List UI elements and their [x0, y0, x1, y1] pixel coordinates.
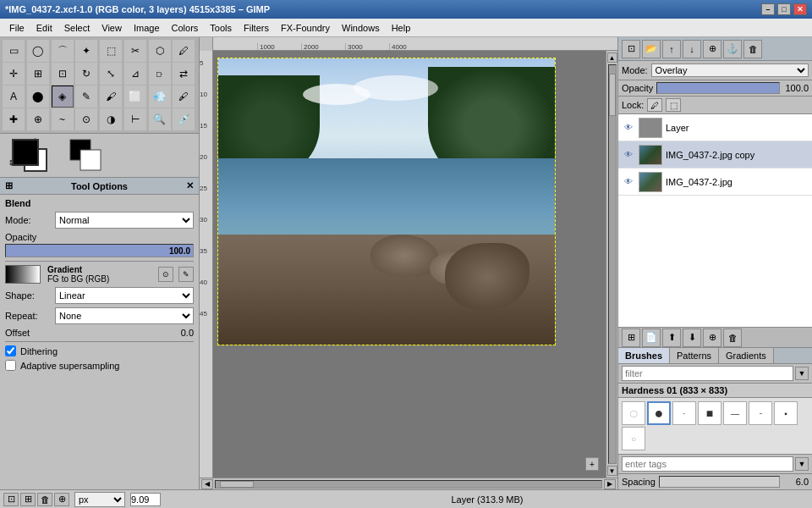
- layer-item-2[interactable]: 👁 IMG_0437-2.jpg: [618, 168, 812, 196]
- brush-swatch-1[interactable]: ●: [647, 401, 671, 425]
- smudge-icon[interactable]: ~: [52, 108, 74, 130]
- adaptive-checkbox[interactable]: [5, 360, 16, 371]
- layer-visibility-2[interactable]: 👁: [622, 175, 635, 189]
- vscroll-up-arrow[interactable]: ▲: [607, 52, 617, 63]
- statusbar-icon-2[interactable]: ⊞: [20, 493, 36, 506]
- lower-layer-icon[interactable]: ⬆: [662, 329, 681, 347]
- tab-patterns[interactable]: Patterns: [670, 348, 719, 363]
- foreground-color[interactable]: [12, 139, 39, 166]
- lock-transparency-icon[interactable]: ⬚: [666, 98, 681, 112]
- layer-item-1[interactable]: 👁 IMG_0437-2.jpg copy: [618, 141, 812, 168]
- repeat-select[interactable]: None: [55, 307, 194, 324]
- eraser-icon[interactable]: ⬜: [124, 86, 146, 108]
- ink-icon[interactable]: 🖋: [173, 86, 195, 108]
- selection-scissors-icon[interactable]: ✂: [124, 40, 146, 62]
- text-icon[interactable]: A: [3, 86, 25, 108]
- measure-icon[interactable]: ⊢: [124, 108, 146, 130]
- hscroll-left-arrow[interactable]: ◀: [201, 479, 213, 489]
- zoom-unit-select[interactable]: px %: [74, 492, 125, 507]
- brush-swatch-7[interactable]: ○: [622, 427, 645, 450]
- brushes-filter-input[interactable]: [622, 366, 793, 381]
- layer-mode-select[interactable]: Overlay: [651, 64, 809, 77]
- new-layer-group-icon[interactable]: ⊡: [622, 40, 640, 58]
- duplicate-layer-bottom-icon[interactable]: ⬇: [683, 329, 701, 347]
- maximize-button[interactable]: □: [777, 3, 791, 15]
- statusbar-icon-1[interactable]: ⊡: [3, 493, 19, 506]
- selection-color-icon[interactable]: ⬚: [100, 40, 122, 62]
- menu-item-filters[interactable]: Filters: [238, 21, 275, 35]
- vscroll-down-arrow[interactable]: ▼: [607, 466, 617, 476]
- selection-free-icon[interactable]: ⌒: [52, 40, 74, 62]
- flip-icon[interactable]: ⇄: [173, 63, 195, 85]
- menu-item-file[interactable]: File: [3, 21, 30, 35]
- menu-item-colors[interactable]: Colors: [166, 21, 205, 35]
- dithering-checkbox[interactable]: [5, 345, 16, 356]
- scale-icon[interactable]: ⤡: [100, 63, 122, 85]
- gradient-preview[interactable]: [5, 265, 41, 284]
- layer-visibility-1[interactable]: 👁: [622, 148, 635, 162]
- statusbar-icon-4[interactable]: ⊕: [54, 493, 69, 506]
- brush-swatch-2[interactable]: ·: [672, 401, 696, 425]
- gradient-options-icon[interactable]: ⊙: [158, 267, 173, 282]
- tags-input[interactable]: [622, 456, 793, 472]
- rotate-icon[interactable]: ↻: [75, 63, 97, 85]
- brush-swatch-0[interactable]: ○: [622, 401, 645, 425]
- fit-in-window-icon[interactable]: +: [585, 457, 599, 471]
- eyedropper-icon[interactable]: 💉: [173, 108, 195, 130]
- delete-layer-icon[interactable]: 🗑: [743, 40, 762, 58]
- selection-ellipse-icon[interactable]: ◯: [27, 40, 49, 62]
- hscroll-track[interactable]: [215, 480, 602, 489]
- dodge-burn-icon[interactable]: ◑: [100, 108, 122, 130]
- layer-down-icon[interactable]: ↓: [683, 40, 701, 58]
- new-layer-icon[interactable]: ⊞: [622, 329, 640, 347]
- lock-pixels-icon[interactable]: 🖊: [647, 98, 662, 112]
- menu-item-help[interactable]: Help: [386, 21, 417, 35]
- canvas-scroll-area[interactable]: +: [213, 51, 606, 478]
- brush-swatch-6[interactable]: ▪: [774, 401, 798, 425]
- menu-item-image[interactable]: Image: [128, 21, 166, 35]
- open-file-icon[interactable]: 📂: [642, 40, 661, 58]
- opacity-bar[interactable]: 100.0: [5, 244, 194, 257]
- tab-brushes[interactable]: Brushes: [618, 348, 670, 363]
- zoom-icon[interactable]: 🔍: [149, 108, 171, 130]
- minimize-button[interactable]: –: [761, 3, 775, 15]
- mode-select[interactable]: Normal: [55, 212, 194, 229]
- vscroll-thumb[interactable]: [609, 74, 616, 116]
- menu-item-edit[interactable]: Edit: [30, 21, 58, 35]
- brushes-filter-dropdown[interactable]: ▼: [795, 367, 809, 380]
- blend-icon[interactable]: ◈: [52, 86, 74, 108]
- tool-options-close-icon[interactable]: ✕: [186, 180, 194, 191]
- anchor-layer-bottom-icon[interactable]: ⊕: [703, 329, 721, 347]
- tab-gradients[interactable]: Gradients: [719, 348, 774, 363]
- selection-fuzzy-icon[interactable]: ✦: [75, 40, 97, 62]
- hscroll-thumb[interactable]: [220, 481, 254, 488]
- vscroll-track[interactable]: [608, 64, 617, 464]
- layer-opacity-slider[interactable]: [656, 82, 780, 94]
- layer-visibility-0[interactable]: 👁: [622, 121, 635, 135]
- delete-layer-bottom-icon[interactable]: 🗑: [723, 329, 742, 347]
- statusbar-icon-3[interactable]: 🗑: [37, 493, 52, 506]
- convolve-icon[interactable]: ⊙: [75, 108, 97, 130]
- layer-up-icon[interactable]: ↑: [662, 40, 681, 58]
- move-icon[interactable]: ✛: [3, 63, 25, 85]
- shape-select[interactable]: Linear: [55, 287, 194, 304]
- layer-item-0[interactable]: 👁 Layer: [618, 114, 812, 141]
- gradient-edit-icon[interactable]: ✎: [178, 267, 194, 282]
- brush-swatch-5[interactable]: ···: [749, 401, 772, 425]
- menu-item-fx-foundry[interactable]: FX-Foundry: [275, 21, 336, 35]
- heal-icon[interactable]: ✚: [3, 108, 25, 130]
- duplicate-layer-icon[interactable]: ⊕: [703, 40, 721, 58]
- tags-dropdown-icon[interactable]: ▼: [795, 457, 809, 471]
- anchor-layer-icon[interactable]: ⚓: [723, 40, 742, 58]
- clone-icon[interactable]: ⊕: [27, 108, 49, 130]
- menu-item-select[interactable]: Select: [58, 21, 96, 35]
- hscroll-right-arrow[interactable]: ▶: [604, 479, 616, 489]
- bucket-fill-icon[interactable]: ⬤: [27, 86, 49, 108]
- foreground-select-icon[interactable]: ⬡: [149, 40, 171, 62]
- zoom-input[interactable]: [130, 493, 161, 506]
- pencil-icon[interactable]: ✎: [75, 86, 97, 108]
- raise-layer-icon[interactable]: 📄: [642, 329, 661, 347]
- perspective-icon[interactable]: ⟥: [149, 63, 171, 85]
- spacing-slider[interactable]: [659, 476, 780, 488]
- menu-item-view[interactable]: View: [96, 21, 128, 35]
